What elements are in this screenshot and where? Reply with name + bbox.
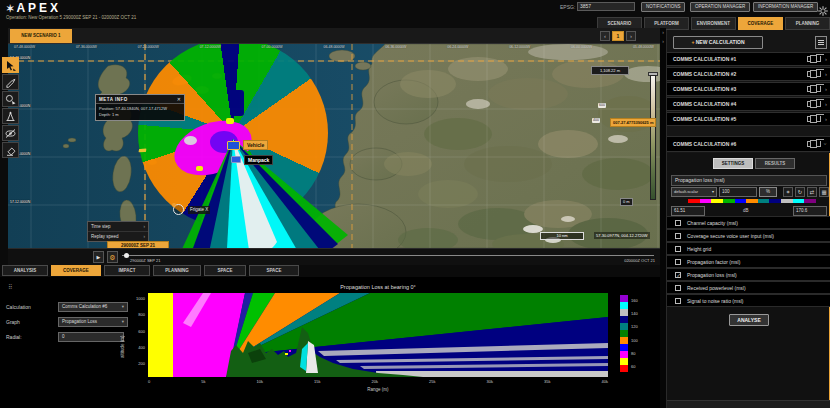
tab-results[interactable]: RESULTS [755,158,795,169]
epsg-input[interactable]: 3857 [577,2,635,11]
tab-impact-matrix[interactable]: IMPACT MATRIX [104,265,150,276]
duplicate-icon[interactable] [807,101,812,107]
option-channel-capacity[interactable]: Channel capacity (msl) [667,216,830,229]
option-coverage-secure-voice[interactable]: Coverage secure voice user input (msl) [667,229,830,242]
map-viewport[interactable]: 07-48.0000W07-36.0000W07-24.0000W07-12.0… [8,44,660,248]
refresh-icon[interactable]: ↻ [795,187,805,197]
calc-row-3[interactable]: COMMS CALCULATION #3 › [667,82,830,96]
tab-settings[interactable]: SETTINGS [713,158,753,169]
trash-icon[interactable] [816,116,821,122]
percent-button[interactable]: % [759,187,777,197]
calc-row-2[interactable]: COMMS CALCULATION #2 › [667,67,830,81]
tab-planning[interactable]: PLANNING [785,17,830,30]
option-propagation-factor[interactable]: Propagation factor (msl) [667,255,830,268]
graph-select[interactable]: Propagation Loss▾ [58,317,128,327]
hide-layers-button[interactable] [2,125,19,141]
calc-row-5[interactable]: COMMS CALCULATION #5 › [667,112,830,126]
vehicle-label[interactable]: Vehicle [243,140,268,150]
antenna-tool-button[interactable] [2,108,19,124]
trash-icon[interactable] [816,71,821,77]
option-height-grid[interactable]: Height grid [667,242,830,255]
frigate-status-dot [172,203,176,207]
elevation-max-tooltip: 1,108.22 m [591,66,629,75]
chevron-right-icon[interactable]: › [825,86,827,92]
duplicate-icon[interactable] [807,141,812,147]
trash-icon[interactable] [816,141,821,147]
chevron-down-icon[interactable]: › [823,143,829,145]
notifications-button[interactable]: NOTIFICATIONS [641,2,685,12]
checkbox[interactable] [675,272,681,278]
panel-footer [667,400,830,408]
chevron-right-icon[interactable]: › [825,56,827,62]
play-button[interactable]: ▶ [93,251,104,263]
tab-planning-graph[interactable]: PLANNING GRAPH [153,265,201,276]
checkbox[interactable] [675,233,681,239]
duplicate-icon[interactable] [807,116,812,122]
calc-row-1[interactable]: COMMS CALCULATION #1 › [667,52,830,66]
trash-icon[interactable] [816,101,821,107]
menu-item-replay-speed[interactable]: Replay speed› [88,232,148,241]
swap-icon[interactable]: ⇄ [807,187,817,197]
new-calculation-button[interactable]: + NEW CALCULATION [673,36,763,49]
duplicate-icon[interactable] [807,86,812,92]
vehicle-unit-icon[interactable] [227,141,240,150]
scale-min-input[interactable]: 61.51 [671,206,705,216]
menu-item-time-step[interactable]: Time step› [88,222,148,232]
scenario-tab-new-scenario-1[interactable]: NEW SCENARIO 1 [10,29,72,43]
duplicate-icon[interactable] [807,56,812,62]
settings-gear-icon[interactable] [818,2,828,12]
timeline-settings-gear-icon[interactable]: ⚙ [107,251,118,263]
manpack-label[interactable]: Manpack [244,155,273,165]
map-page-next-button[interactable]: › [626,31,636,41]
timeline-track[interactable] [122,255,654,256]
close-icon[interactable]: ✕ [177,96,181,102]
analyse-button[interactable]: ANALYSE [729,314,769,326]
checkbox[interactable] [675,246,681,252]
checkbox[interactable] [675,298,681,304]
option-signal-to-noise[interactable]: Signal to noise ratio (msl) [667,294,830,307]
trash-icon[interactable] [816,86,821,92]
color-scale-gradient [687,198,817,204]
duplicate-icon[interactable] [807,71,812,77]
tab-environment[interactable]: ENVIRONMENT [691,17,736,30]
tab-analysis[interactable]: ANALYSIS [2,265,48,276]
calc-row-4[interactable]: COMMS CALCULATION #4 › [667,97,830,111]
calculation-select[interactable]: Comms Calculation #6▾ [58,302,128,312]
trash-icon[interactable] [816,56,821,62]
elevation-ramp[interactable] [650,75,656,200]
checkbox[interactable] [675,285,681,291]
list-view-icon[interactable] [815,36,827,49]
map-page-prev-button[interactable]: ‹ [600,31,610,41]
drag-handle-icon[interactable]: ⠿ [8,283,12,290]
shape-tool-button[interactable] [2,91,19,107]
draw-tool-button[interactable] [2,74,19,90]
calc-row-6[interactable]: COMMS CALCULATION #6 › [667,136,830,152]
eraser-tool-button[interactable] [2,142,19,158]
chevron-right-icon[interactable]: › [825,101,827,107]
checkbox[interactable] [675,259,681,265]
scalar-mode-select[interactable]: default-scalar▾ [671,187,717,197]
chevron-right-icon[interactable]: › [825,71,827,77]
option-received-powerlevel[interactable]: Received powerlevel (msl) [667,281,830,294]
chevron-right-icon[interactable]: › [825,116,827,122]
select-tool-button[interactable] [2,57,19,73]
checkbox[interactable] [675,220,681,226]
frigate-unit-icon[interactable] [173,204,184,215]
tab-coverage[interactable]: COVERAGE [738,17,783,30]
scalar-value-input[interactable]: 100 [719,187,757,197]
radial-input[interactable]: 0 [58,332,124,342]
tab-coverage-bottom[interactable]: COVERAGE [51,265,101,276]
map-page-current[interactable]: 1 [612,31,624,41]
scale-max-input[interactable]: 170.6 [793,206,827,216]
operation-manager-button[interactable]: OPERATION MANAGER [690,2,750,12]
style-icon[interactable]: ✶ [783,187,793,197]
option-propagation-loss[interactable]: Propagation loss (msl) [667,268,830,281]
tab-space-situation[interactable]: SPACE SITUATION AW... [249,265,299,276]
timeline-handle[interactable] [124,253,129,258]
information-manager-button[interactable]: INFORMATION MANAGER [753,2,818,12]
tab-space-weather[interactable]: SPACE WEATHER [204,265,246,276]
grid-icon[interactable]: ▦ [819,187,829,197]
frigate-label[interactable]: Frigate X [188,206,210,214]
manpack-unit-icon[interactable] [231,156,241,163]
timestep-value-chip[interactable]: 290000Z SEP 21 [107,241,169,248]
